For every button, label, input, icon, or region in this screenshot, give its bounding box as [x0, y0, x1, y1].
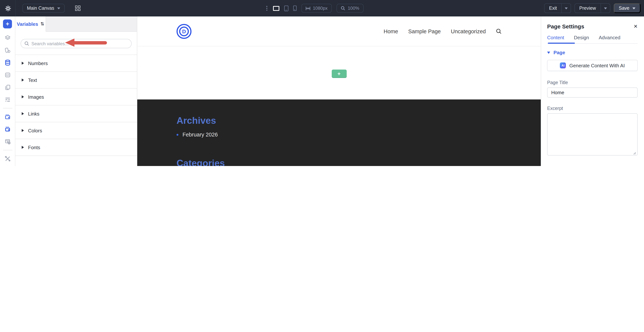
modules-icon[interactable] [0, 69, 15, 81]
design-presets-icon[interactable] [0, 44, 15, 56]
page-title-label: Page Title [547, 80, 638, 85]
site-search-icon[interactable] [496, 28, 502, 34]
nav-link-uncategorized[interactable]: Uncategorized [451, 28, 486, 34]
canvas-width-value: 1080px [313, 6, 328, 11]
layer-list-icon[interactable] [0, 94, 15, 106]
accordion-section-links[interactable]: Links [15, 106, 137, 122]
arrow-tail [74, 41, 107, 44]
generate-content-ai-button[interactable]: AI Generate Content With AI [547, 60, 638, 71]
plus-icon: + [6, 20, 9, 27]
ai-icon: AI [560, 62, 566, 68]
resize-grip-icon[interactable] [633, 152, 636, 155]
tools-icon[interactable] [0, 152, 15, 165]
categories-heading[interactable]: Categories [176, 158, 502, 166]
canvas-options-kebab-icon[interactable] [266, 6, 267, 11]
chevron-down-icon [565, 7, 568, 9]
empty-section-zone: + [137, 46, 541, 100]
toolbar-seam [15, 0, 16, 16]
accordion-section-colors[interactable]: Colors [15, 122, 137, 139]
accordion-section-numbers[interactable]: Numbers [15, 55, 137, 72]
archive-list-item[interactable]: February 2026 [176, 132, 502, 138]
page-section-toggle[interactable]: Page [547, 50, 638, 55]
add-section-button[interactable]: + [332, 70, 346, 78]
add-element-button[interactable]: + [3, 20, 12, 28]
accordion-section-images[interactable]: Images [15, 88, 137, 106]
canvas-width-control[interactable]: 1080px [301, 4, 332, 13]
chevron-right-icon [22, 112, 24, 115]
chevron-down-icon [604, 7, 607, 9]
preview-button-group: Preview [574, 3, 610, 13]
tab-variables[interactable]: Variables ⇅ [15, 16, 46, 32]
search-icon [24, 41, 29, 46]
tab-advanced[interactable]: Advanced [599, 35, 620, 40]
settings-tabs: Content Design Advanced [547, 35, 638, 44]
close-icon[interactable]: ✕ [634, 24, 638, 29]
variables-tab-label: Variables [17, 21, 38, 27]
divi-logo[interactable]: D [176, 24, 192, 39]
exit-dropdown-toggle[interactable] [561, 4, 571, 13]
tab-content[interactable]: Content [547, 35, 564, 40]
plus-icon: + [338, 70, 340, 76]
rail-divider [3, 150, 12, 150]
canvas-zoom-control[interactable]: 100% [336, 4, 363, 13]
top-toolbar: Main Canvas 1080px 100% [0, 0, 644, 16]
chevron-right-icon [22, 62, 24, 65]
page-canvas[interactable]: D Home Sample Page Uncategorized + Archi… [137, 16, 541, 166]
site-header: D Home Sample Page Uncategorized [137, 16, 541, 46]
accordion-section-text[interactable]: Text [15, 72, 137, 88]
accordion-section-fonts[interactable]: Fonts [15, 139, 137, 156]
nav-link-home[interactable]: Home [384, 28, 398, 34]
excerpt-label: Excerpt [547, 106, 638, 111]
phone-view-icon[interactable] [293, 6, 296, 11]
window-settings-icon[interactable] [0, 135, 15, 148]
desktop-view-icon[interactable] [273, 6, 279, 11]
chevron-down-icon [632, 7, 636, 9]
site-nav: Home Sample Page Uncategorized [384, 28, 502, 34]
chevron-right-icon [22, 95, 24, 98]
chevron-right-icon [22, 78, 24, 82]
archives-heading[interactable]: Archives [176, 115, 502, 126]
save-button[interactable]: Save [614, 3, 641, 13]
tab-design[interactable]: Design [574, 35, 589, 40]
sort-arrows-icon: ⇅ [40, 21, 44, 26]
builder-settings-gear-icon[interactable] [5, 5, 11, 12]
save-button-label: Save [619, 6, 630, 11]
excerpt-textarea[interactable] [547, 113, 638, 156]
site-dark-section[interactable]: Archives February 2026 Categories Uncate… [137, 100, 541, 166]
tablet-view-icon[interactable] [284, 6, 288, 11]
annotation-arrow [65, 38, 107, 47]
left-icon-rail: + [0, 16, 15, 166]
page-settings-panel: Page Settings ✕ Content Design Advanced … [541, 16, 644, 166]
chevron-right-icon [22, 129, 24, 132]
exit-button[interactable]: Exit [544, 4, 561, 13]
chevron-down-icon [57, 7, 60, 9]
nav-link-sample-page[interactable]: Sample Page [408, 28, 441, 34]
page-title-input[interactable] [547, 88, 638, 98]
canvas-zoom-value: 100% [348, 6, 359, 11]
variables-database-icon[interactable] [0, 56, 15, 69]
arrow-head [65, 38, 74, 47]
variables-panel: Variables ⇅ Numbers [15, 16, 137, 166]
panel-title: Page Settings [547, 23, 584, 30]
canvas-grid-view-icon[interactable] [75, 6, 80, 11]
zoom-magnifier-icon [341, 6, 345, 10]
pages-copy-icon[interactable] [0, 81, 15, 94]
canvas-selector-label: Main Canvas [27, 6, 54, 11]
divi-builder-app: Main Canvas 1080px 100% [0, 0, 644, 166]
exit-button-group: Exit [544, 3, 571, 13]
chevron-down-icon [547, 52, 550, 54]
interactions-alt-icon[interactable] [0, 123, 15, 135]
layers-icon[interactable] [0, 32, 15, 44]
help-icon[interactable]: ? [0, 165, 15, 166]
preview-dropdown-toggle[interactable] [600, 4, 610, 13]
width-arrows-icon [305, 6, 310, 10]
variables-tabstrip: Variables ⇅ [15, 16, 137, 32]
interactions-icon[interactable] [0, 111, 15, 123]
bullet-icon [176, 134, 178, 136]
rail-divider [3, 108, 12, 108]
canvas-selector-dropdown[interactable]: Main Canvas [22, 4, 65, 13]
active-tab-underline [548, 42, 575, 44]
chevron-right-icon [22, 146, 24, 149]
preview-button[interactable]: Preview [575, 4, 600, 13]
